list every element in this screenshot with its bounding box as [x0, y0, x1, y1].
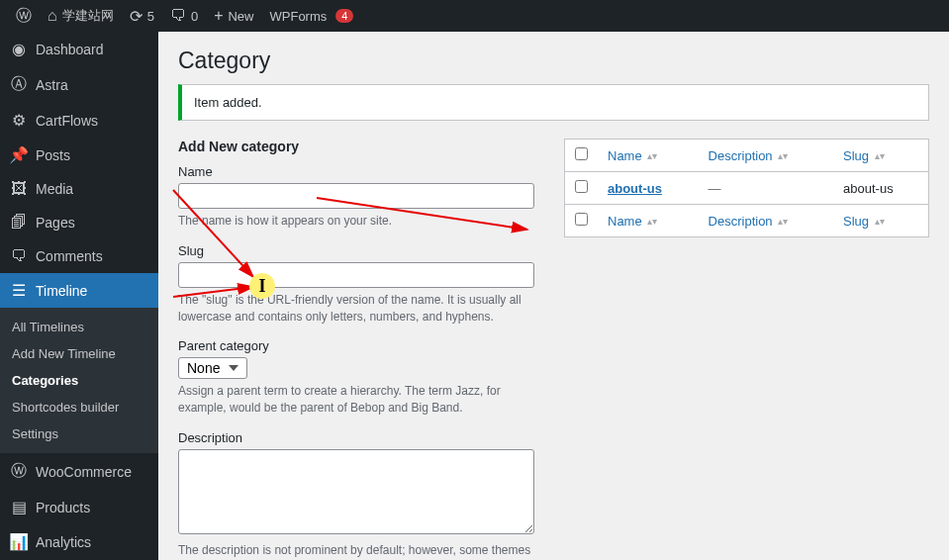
menu-comments[interactable]: 🗨Comments — [0, 239, 158, 273]
new-link[interactable]: +New — [206, 0, 261, 32]
select-all-checkbox-footer[interactable] — [575, 213, 588, 226]
site-link[interactable]: ⌂学建站网 — [40, 0, 122, 32]
sort-icon: ▴▾ — [647, 153, 657, 159]
admin-sidebar: ◉Dashboard ⒶAstra ⚙CartFlows 📌Posts 🖾Med… — [0, 32, 158, 560]
page-title: Category — [178, 47, 929, 74]
submenu-settings[interactable]: Settings — [0, 420, 158, 447]
pin-icon: 📌 — [10, 145, 28, 164]
page-icon: 🗐 — [10, 214, 28, 232]
new-label: New — [228, 9, 253, 24]
menu-label: Comments — [36, 248, 103, 264]
menu-pages[interactable]: 🗐Pages — [0, 206, 158, 239]
wpforms-label: WPForms — [270, 9, 328, 24]
slug-label: Slug — [178, 243, 534, 258]
wpforms-link[interactable]: WPForms4 — [262, 0, 362, 32]
wordpress-icon: ⓦ — [16, 6, 32, 27]
analytics-icon: 📊 — [10, 532, 28, 551]
sort-icon: ▴▾ — [778, 153, 788, 159]
sort-icon: ▴▾ — [647, 219, 657, 225]
menu-timeline[interactable]: ☰Timeline — [0, 273, 158, 308]
name-label: Name — [178, 164, 534, 179]
comments-link[interactable]: 🗨0 — [162, 0, 206, 32]
submenu-all-timelines[interactable]: All Timelines — [0, 314, 158, 340]
name-help: The name is how it appears on your site. — [178, 213, 534, 230]
products-icon: ▤ — [10, 498, 28, 516]
add-category-form: Add New category Name The name is how it… — [178, 139, 534, 560]
row-name-link[interactable]: about-us — [608, 181, 662, 196]
woo-icon: ⓦ — [10, 461, 28, 482]
form-heading: Add New category — [178, 139, 534, 154]
parent-label: Parent category — [178, 338, 534, 353]
media-icon: 🖾 — [10, 180, 28, 198]
description-label: Description — [178, 430, 534, 445]
sort-icon: ▴▾ — [875, 153, 885, 159]
refresh-icon: ⟳ — [130, 7, 142, 26]
slug-help: The "slug" is the URL-friendly version o… — [178, 292, 534, 326]
menu-label: Dashboard — [36, 42, 104, 57]
menu-label: CartFlows — [36, 113, 98, 129]
table-row: about-us — about-us — [565, 172, 929, 205]
sort-icon: ▴▾ — [875, 219, 885, 225]
updates-count: 5 — [147, 9, 154, 24]
submenu-shortcodes-builder[interactable]: Shortcodes builder — [0, 394, 158, 420]
categories-table: Name ▴▾ Description ▴▾ Slug ▴▾ about-us … — [564, 139, 929, 237]
select-all-checkbox[interactable] — [575, 147, 588, 160]
field-slug: Slug The "slug" is the URL-friendly vers… — [178, 243, 534, 326]
menu-label: Media — [36, 181, 73, 197]
menu-label: Analytics — [36, 534, 91, 550]
astra-icon: Ⓐ — [10, 74, 28, 95]
comment-icon: 🗨 — [10, 247, 28, 265]
col-slug[interactable]: Slug ▴▾ — [833, 140, 928, 172]
submenu-categories[interactable]: Categories — [0, 367, 158, 394]
menu-label: Products — [36, 500, 90, 515]
menu-woocommerce[interactable]: ⓦWooCommerce — [0, 453, 158, 490]
notice-text: Item added. — [194, 95, 262, 110]
site-name: 学建站网 — [62, 7, 114, 25]
field-parent: Parent category None Assign a parent ter… — [178, 338, 534, 417]
comment-icon: 🗨 — [170, 7, 186, 25]
name-input[interactable] — [178, 183, 534, 209]
col-description-footer[interactable]: Description ▴▾ — [699, 205, 834, 237]
slug-input[interactable] — [178, 262, 534, 288]
menu-analytics[interactable]: 📊Analytics — [0, 524, 158, 559]
col-name[interactable]: Name ▴▾ — [598, 140, 699, 172]
cartflows-icon: ⚙ — [10, 111, 28, 130]
sort-icon: ▴▾ — [778, 219, 788, 225]
menu-astra[interactable]: ⒶAstra — [0, 66, 158, 103]
menu-dashboard[interactable]: ◉Dashboard — [0, 32, 158, 66]
field-name: Name The name is how it appears on your … — [178, 164, 534, 230]
row-description: — — [699, 172, 834, 205]
timeline-icon: ☰ — [10, 281, 28, 300]
col-name-footer[interactable]: Name ▴▾ — [598, 205, 699, 237]
plus-icon: + — [214, 7, 223, 25]
admin-bar: ⓦ ⌂学建站网 ⟳5 🗨0 +New WPForms4 — [0, 0, 949, 32]
menu-media[interactable]: 🖾Media — [0, 172, 158, 206]
field-description: Description The description is not promi… — [178, 430, 534, 560]
dashboard-icon: ◉ — [10, 40, 28, 58]
menu-label: Astra — [36, 77, 68, 93]
parent-select[interactable]: None — [178, 357, 247, 379]
updates-link[interactable]: ⟳5 — [122, 0, 162, 32]
row-slug: about-us — [833, 172, 928, 205]
description-help: The description is not prominent by defa… — [178, 542, 534, 560]
menu-label: WooCommerce — [36, 464, 132, 480]
col-description[interactable]: Description ▴▾ — [699, 140, 834, 172]
menu-products[interactable]: ▤Products — [0, 490, 158, 524]
menu-label: Timeline — [36, 283, 87, 299]
menu-cartflows[interactable]: ⚙CartFlows — [0, 103, 158, 138]
comments-count: 0 — [191, 9, 198, 24]
main-content: Category Item added. Add New category Na… — [158, 32, 949, 560]
timeline-submenu: All Timelines Add New Timeline Categorie… — [0, 308, 158, 453]
home-icon: ⌂ — [47, 7, 57, 25]
row-checkbox[interactable] — [575, 180, 588, 193]
wpforms-badge: 4 — [335, 9, 353, 23]
submenu-add-new-timeline[interactable]: Add New Timeline — [0, 340, 158, 367]
description-textarea[interactable] — [178, 449, 534, 534]
parent-help: Assign a parent term to create a hierarc… — [178, 383, 534, 417]
col-slug-footer[interactable]: Slug ▴▾ — [833, 205, 928, 237]
wp-logo[interactable]: ⓦ — [8, 0, 40, 32]
menu-posts[interactable]: 📌Posts — [0, 138, 158, 172]
success-notice: Item added. — [178, 84, 929, 121]
categories-table-wrap: Name ▴▾ Description ▴▾ Slug ▴▾ about-us … — [564, 139, 929, 560]
menu-label: Pages — [36, 215, 75, 231]
